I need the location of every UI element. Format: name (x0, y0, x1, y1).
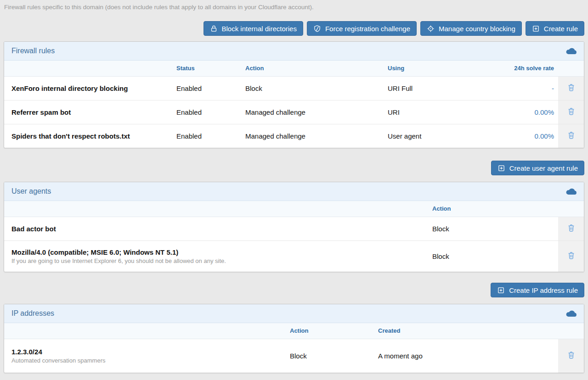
rule-using: URI (388, 100, 482, 124)
user-agents-panel: User agents Action Bad actor bot Block M… (4, 182, 584, 272)
firewall-rules-header-row: Status Action Using 24h solve rate (4, 61, 584, 76)
column-action: Action (290, 323, 378, 339)
firewall-rule-row: XenForo internal directory blocking Enab… (4, 76, 584, 100)
rule-using: User agent (388, 124, 482, 148)
rule-status: Enabled (176, 100, 245, 124)
user-agent-name[interactable]: Bad actor bot (11, 225, 432, 233)
delete-rule-button[interactable] (565, 106, 577, 118)
column-created: Created (378, 323, 558, 339)
button-label: Create user agent rule (509, 164, 578, 172)
user-agent-name[interactable]: Mozilla/4.0 (compatible; MSIE 6.0; Windo… (11, 248, 432, 256)
button-label: Block internal directories (222, 25, 297, 33)
rule-using: URI Full (388, 76, 482, 100)
block-internal-directories-button[interactable]: Block internal directories (204, 21, 303, 36)
delete-rule-button[interactable] (565, 82, 577, 95)
column-action: Action (432, 201, 558, 217)
ip-addresses-table: Action Created 1.2.3.0/24 Automated conv… (4, 323, 584, 373)
rule-solve-rate-link[interactable]: 0.00% (534, 132, 554, 140)
user-agent-row: Bad actor bot Block (4, 217, 584, 240)
rule-status: Enabled (176, 76, 245, 100)
rule-action: Block (245, 76, 388, 100)
trash-icon (567, 106, 576, 117)
ip-address-name[interactable]: 1.2.3.0/24 (11, 348, 290, 356)
trash-icon (567, 130, 576, 141)
firewall-rules-panel: Firewall rules Status Action Using 24h s… (4, 41, 584, 148)
rule-name[interactable]: XenForo internal directory blocking (4, 76, 176, 100)
plus-square-icon (497, 286, 505, 294)
trash-icon (567, 350, 576, 361)
rule-solve-rate: - (552, 84, 554, 92)
ip-address-action: Block (290, 339, 378, 373)
plus-square-icon (532, 25, 540, 33)
ip-addresses-header-row: Action Created (4, 323, 584, 339)
firewall-rules-table: Status Action Using 24h solve rate XenFo… (4, 61, 584, 148)
firewall-rule-row: Spiders that don't respect robots.txt En… (4, 124, 584, 148)
column-using: Using (388, 61, 482, 76)
user-agents-toolbar: Create user agent rule (4, 161, 584, 175)
user-agent-row: Mozilla/4.0 (compatible; MSIE 6.0; Windo… (4, 240, 584, 272)
button-label: Manage country blocking (439, 25, 515, 33)
rule-status: Enabled (176, 124, 245, 148)
delete-user-agent-button[interactable] (565, 250, 577, 263)
ip-address-row: 1.2.3.0/24 Automated conversation spamme… (4, 339, 584, 373)
create-ip-address-rule-button[interactable]: Create IP address rule (491, 283, 584, 297)
ip-address-description: Automated conversation spammers (11, 357, 290, 364)
panel-title: Firewall rules (11, 47, 55, 55)
trash-icon (567, 251, 576, 262)
rule-action: Managed challenge (245, 100, 388, 124)
force-registration-challenge-button[interactable]: Force registration challenge (307, 21, 417, 36)
button-label: Create rule (544, 25, 578, 33)
delete-user-agent-button[interactable] (565, 222, 577, 235)
lock-icon (210, 25, 218, 33)
firewall-rules-panel-header: Firewall rules (4, 42, 584, 61)
button-label: Force registration challenge (325, 25, 410, 33)
trash-icon (567, 223, 576, 234)
top-toolbar: Block internal directories Force registr… (4, 21, 584, 36)
user-agent-description: If you are going to use Internet Explore… (11, 257, 432, 264)
user-agent-action: Block (432, 240, 558, 272)
create-rule-button[interactable]: Create rule (526, 21, 584, 36)
ip-addresses-panel: IP addresses Action Created 1.2.3.0/24 A… (4, 304, 584, 373)
delete-ip-address-button[interactable] (565, 349, 577, 362)
cloudflare-cloud-icon (565, 188, 577, 196)
delete-rule-button[interactable] (565, 129, 577, 142)
user-agents-header-row: Action (4, 201, 584, 217)
rule-solve-rate-link[interactable]: 0.00% (534, 108, 554, 116)
plus-square-icon (498, 164, 505, 172)
column-solve-rate: 24h solve rate (482, 61, 558, 76)
column-status: Status (176, 61, 245, 76)
rule-name[interactable]: Referrer spam bot (4, 100, 176, 124)
manage-country-blocking-button[interactable]: Manage country blocking (420, 21, 522, 36)
user-agents-table: Action Bad actor bot Block Mozilla/4.0 (… (4, 201, 584, 272)
panel-title: User agents (11, 187, 51, 196)
rule-name[interactable]: Spiders that don't respect robots.txt (4, 124, 176, 148)
ip-address-created: A moment ago (378, 339, 558, 373)
ip-addresses-toolbar: Create IP address rule (4, 283, 584, 297)
user-agent-action: Block (432, 217, 558, 240)
trash-icon (567, 83, 576, 94)
ip-addresses-panel-header: IP addresses (4, 304, 584, 323)
cloudflare-cloud-icon (565, 47, 577, 56)
user-agents-panel-header: User agents (4, 182, 584, 201)
target-icon (427, 25, 435, 33)
rule-action: Managed challenge (245, 124, 388, 148)
panel-title: IP addresses (11, 309, 54, 318)
cloudflare-cloud-icon (565, 310, 577, 319)
shield-icon (313, 25, 321, 33)
button-label: Create IP address rule (509, 286, 578, 294)
firewall-rule-row: Referrer spam bot Enabled Managed challe… (4, 100, 584, 124)
page-description: Firewall rules specific to this domain (… (0, 0, 588, 11)
create-user-agent-rule-button[interactable]: Create user agent rule (491, 161, 584, 175)
column-action: Action (245, 61, 388, 76)
